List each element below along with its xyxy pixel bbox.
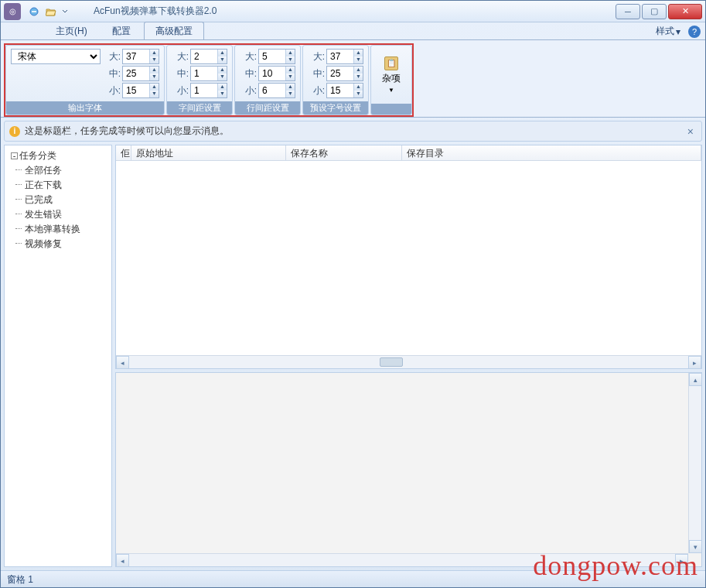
ribbon-tabs: 主页(H) 配置 高级配置 样式 ▾ ? bbox=[1, 22, 705, 39]
font-mid-spinner[interactable]: ▲▼ bbox=[122, 66, 159, 81]
status-bar: 窗格 1 bbox=[1, 570, 705, 587]
charsp-large-spinner[interactable]: ▲▼ bbox=[190, 49, 227, 64]
qat-open-icon[interactable] bbox=[43, 5, 59, 19]
tree-item-error[interactable]: 发生错误 bbox=[25, 207, 108, 222]
list-header: 佢 原始地址 保存名称 保存目录 bbox=[116, 145, 701, 161]
list-body[interactable] bbox=[116, 161, 701, 355]
scroll-left-icon[interactable]: ◂ bbox=[116, 554, 129, 567]
scroll-right-icon[interactable]: ▸ bbox=[675, 554, 688, 567]
linesp-large-spinner[interactable]: ▲▼ bbox=[258, 49, 295, 64]
qat-minimize-icon[interactable] bbox=[26, 5, 42, 19]
scroll-right-icon[interactable]: ▸ bbox=[688, 356, 701, 369]
task-list: 佢 原始地址 保存名称 保存目录 ◂ ▸ bbox=[115, 145, 702, 369]
col-index[interactable]: 佢 bbox=[116, 145, 131, 160]
paste-icon: 📋 bbox=[384, 56, 398, 70]
font-large-spinner[interactable]: ▲▼ bbox=[122, 49, 159, 64]
tree-item-repair[interactable]: 视频修复 bbox=[25, 237, 108, 251]
tree-item-downloading[interactable]: 正在下载 bbox=[25, 178, 108, 193]
collapse-icon[interactable]: - bbox=[11, 152, 18, 159]
size-small-label: 小: bbox=[104, 84, 121, 97]
close-button[interactable]: ✕ bbox=[668, 4, 702, 19]
window-title: AcFun视频弹幕下载转换器2.0 bbox=[70, 5, 614, 18]
help-icon[interactable]: ? bbox=[688, 26, 701, 38]
info-text: 这是标题栏，任务完成等时候可以向您显示消息。 bbox=[25, 125, 229, 138]
ribbon-group-misc: 📋 杂项 ▼ bbox=[370, 45, 412, 115]
scroll-left-icon[interactable]: ◂ bbox=[116, 356, 129, 369]
ribbon-group-font: 宋体 大: ▲▼ 中: bbox=[5, 45, 165, 115]
ribbon-group-preset: 大: ▲▼ 中: ▲▼ 小: ▲▼ 预设字号设置 bbox=[302, 45, 369, 115]
annotation-highlight: 宋体 大: ▲▼ 中: bbox=[4, 43, 414, 117]
ribbon-group-charspacing: 大: ▲▼ 中: ▲▼ 小: ▲▼ 字间距设置 bbox=[166, 45, 233, 115]
col-savename[interactable]: 保存名称 bbox=[286, 145, 402, 160]
tree-item-local[interactable]: 本地弹幕转换 bbox=[25, 222, 108, 237]
size-large-label: 大: bbox=[104, 50, 121, 63]
charsp-mid-spinner[interactable]: ▲▼ bbox=[190, 66, 227, 81]
minimize-button[interactable]: ─ bbox=[616, 4, 640, 19]
preset-mid-spinner[interactable]: ▲▼ bbox=[326, 66, 363, 81]
app-window: ◎ AcFun视频弹幕下载转换器2.0 ─ ▢ ✕ 主页(H) 配置 高级配置 … bbox=[0, 0, 706, 588]
v-scrollbar[interactable]: ▴ ▾ bbox=[688, 373, 701, 553]
linesp-mid-spinner[interactable]: ▲▼ bbox=[258, 66, 295, 81]
size-mid-label: 中: bbox=[104, 67, 121, 80]
col-source[interactable]: 原始地址 bbox=[131, 145, 286, 160]
spin-down-icon[interactable]: ▼ bbox=[150, 56, 159, 63]
ribbon: 宋体 大: ▲▼ 中: bbox=[1, 39, 705, 118]
tree-root-item[interactable]: - 任务分类 bbox=[8, 149, 108, 163]
info-bar: i 这是标题栏，任务完成等时候可以向您显示消息。 × bbox=[4, 121, 702, 142]
tab-config[interactable]: 配置 bbox=[101, 22, 142, 39]
tab-advanced[interactable]: 高级配置 bbox=[144, 22, 204, 39]
info-icon: i bbox=[9, 126, 20, 137]
ribbon-group-linespacing: 大: ▲▼ 中: ▲▼ 小: ▲▼ 行间距设置 bbox=[234, 45, 301, 115]
font-small-spinner[interactable]: ▲▼ bbox=[122, 83, 159, 98]
scroll-down-icon[interactable]: ▾ bbox=[689, 540, 702, 553]
tab-home[interactable]: 主页(H) bbox=[44, 22, 99, 39]
linesp-small-spinner[interactable]: ▲▼ bbox=[258, 83, 295, 98]
col-savedir[interactable]: 保存目录 bbox=[402, 145, 701, 160]
spin-up-icon[interactable]: ▲ bbox=[150, 50, 159, 56]
svg-rect-1 bbox=[32, 11, 36, 12]
tree-item-all[interactable]: 全部任务 bbox=[25, 163, 108, 178]
maximize-button[interactable]: ▢ bbox=[642, 4, 667, 19]
tree-item-done[interactable]: 已完成 bbox=[25, 193, 108, 207]
h-scrollbar-2[interactable]: ◂ ▸ bbox=[116, 553, 688, 566]
scroll-up-icon[interactable]: ▴ bbox=[689, 373, 702, 386]
preset-small-spinner[interactable]: ▲▼ bbox=[326, 83, 363, 98]
main-area: - 任务分类 全部任务 正在下载 已完成 发生错误 本地弹幕转换 视频修复 佢 … bbox=[4, 145, 702, 567]
font-select[interactable]: 宋体 bbox=[11, 49, 101, 64]
misc-button[interactable]: 📋 杂项 ▼ bbox=[376, 55, 407, 95]
status-text: 窗格 1 bbox=[7, 574, 33, 585]
charsp-small-spinner[interactable]: ▲▼ bbox=[190, 83, 227, 98]
scroll-thumb[interactable] bbox=[380, 357, 403, 367]
task-tree: - 任务分类 全部任务 正在下载 已完成 发生错误 本地弹幕转换 视频修复 bbox=[4, 145, 112, 567]
titlebar: ◎ AcFun视频弹幕下载转换器2.0 ─ ▢ ✕ bbox=[1, 1, 705, 22]
right-panels: 佢 原始地址 保存名称 保存目录 ◂ ▸ ▴ ▾ ◂ bbox=[115, 145, 702, 567]
h-scrollbar[interactable]: ◂ ▸ bbox=[116, 355, 701, 368]
app-icon: ◎ bbox=[4, 3, 21, 20]
style-dropdown[interactable]: 样式 ▾ bbox=[651, 23, 685, 39]
infobar-close-button[interactable]: × bbox=[684, 125, 697, 138]
detail-panel: ▴ ▾ ◂ ▸ bbox=[115, 372, 702, 567]
chevron-down-icon: ▾ bbox=[676, 26, 680, 37]
chevron-down-icon: ▼ bbox=[388, 87, 394, 94]
qat-dropdown-icon[interactable] bbox=[60, 5, 70, 19]
preset-large-spinner[interactable]: ▲▼ bbox=[326, 49, 363, 64]
